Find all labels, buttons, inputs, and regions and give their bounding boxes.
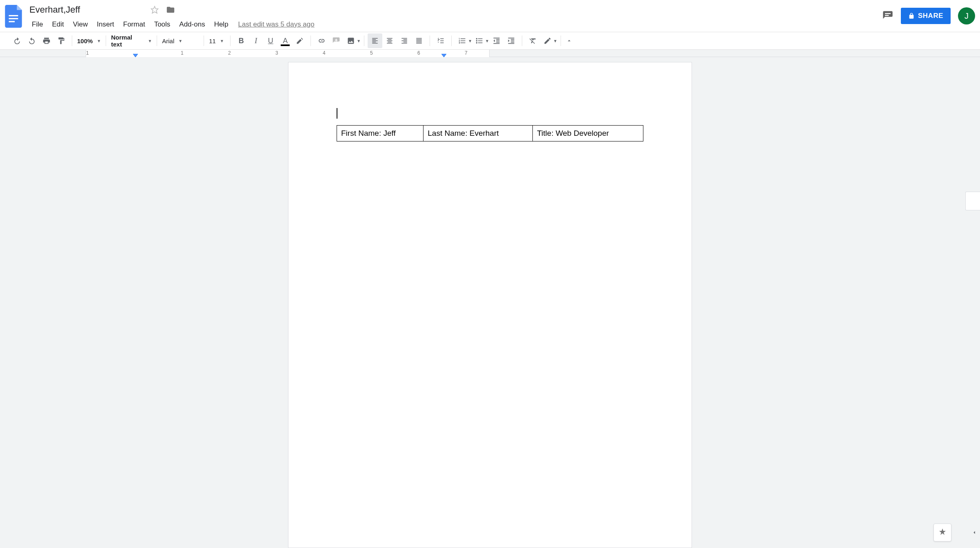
font-size-select[interactable]: 11 ▼ — [205, 33, 229, 48]
menu-file[interactable]: File — [28, 18, 47, 31]
chevron-down-icon: ▼ — [148, 39, 152, 43]
ruler-mark: 2 — [228, 50, 231, 56]
style-select[interactable]: Normal text ▼ — [107, 33, 156, 48]
document-table[interactable]: First Name: Jeff Last Name: Everhart Tit… — [337, 125, 643, 141]
last-edit-link[interactable]: Last edit was 5 days ago — [238, 20, 315, 29]
chevron-down-icon: ▼ — [220, 39, 224, 43]
print-button[interactable] — [39, 33, 54, 48]
font-size-value: 11 — [209, 38, 216, 44]
svg-marker-10 — [441, 54, 446, 57]
svg-rect-1 — [9, 18, 18, 19]
svg-rect-0 — [9, 15, 18, 16]
ruler-mark: 6 — [417, 50, 420, 56]
chevron-down-icon[interactable]: ▼ — [357, 39, 361, 43]
align-justify-button[interactable] — [412, 33, 426, 48]
clear-format-button[interactable] — [525, 33, 540, 48]
numbered-list-button[interactable] — [455, 33, 470, 48]
style-value: Normal text — [111, 34, 144, 48]
increase-indent-button[interactable] — [504, 33, 519, 48]
text-color-button[interactable]: A — [278, 33, 293, 48]
zoom-value: 100% — [77, 38, 93, 44]
ruler-mark: 3 — [275, 50, 278, 56]
comment-button[interactable] — [329, 33, 344, 48]
table-cell[interactable]: First Name: Jeff — [337, 126, 423, 141]
avatar[interactable]: J — [958, 7, 975, 24]
bulleted-list-button[interactable] — [472, 33, 487, 48]
italic-button[interactable]: I — [248, 33, 263, 48]
comments-icon[interactable] — [882, 10, 894, 22]
ruler-mark: 4 — [323, 50, 326, 56]
ruler-mark: 1 — [181, 50, 184, 56]
svg-point-8 — [476, 42, 477, 43]
highlight-button[interactable] — [293, 33, 307, 48]
font-value: Arial — [162, 38, 174, 44]
image-button[interactable] — [344, 33, 358, 48]
decrease-indent-button[interactable] — [489, 33, 504, 48]
svg-rect-5 — [885, 15, 889, 16]
folder-icon[interactable] — [166, 5, 175, 14]
underline-button[interactable]: U — [263, 33, 278, 48]
line-spacing-button[interactable] — [433, 33, 448, 48]
ruler-mark: 5 — [370, 50, 373, 56]
canvas[interactable]: First Name: Jeff Last Name: Everhart Tit… — [0, 57, 980, 548]
align-center-button[interactable] — [382, 33, 397, 48]
share-button[interactable]: SHARE — [901, 8, 951, 24]
menu-format[interactable]: Format — [119, 18, 149, 31]
svg-rect-2 — [9, 21, 15, 22]
collapse-toolbar-button[interactable] — [562, 33, 576, 48]
menu-tools[interactable]: Tools — [150, 18, 175, 31]
svg-point-6 — [476, 38, 477, 39]
table-row[interactable]: First Name: Jeff Last Name: Everhart Tit… — [337, 126, 643, 141]
svg-rect-4 — [885, 13, 891, 14]
align-right-button[interactable] — [397, 33, 412, 48]
chevron-down-icon[interactable]: ▼ — [553, 39, 557, 43]
side-panel-toggle[interactable] — [969, 525, 980, 540]
chevron-down-icon: ▼ — [97, 39, 101, 43]
menu-bar: File Edit View Insert Format Tools Add-o… — [28, 18, 882, 31]
font-select[interactable]: Arial ▼ — [158, 33, 203, 48]
svg-marker-3 — [151, 7, 158, 13]
side-tab[interactable] — [965, 192, 980, 210]
ruler-mark: 7 — [465, 50, 468, 56]
bold-button[interactable]: B — [234, 33, 248, 48]
paint-format-button[interactable] — [54, 33, 69, 48]
svg-marker-9 — [133, 54, 138, 57]
menu-edit[interactable]: Edit — [48, 18, 68, 31]
share-label: SHARE — [918, 12, 943, 20]
redo-button[interactable] — [24, 33, 39, 48]
menu-view[interactable]: View — [69, 18, 92, 31]
lock-icon — [908, 13, 915, 19]
header: File Edit View Insert Format Tools Add-o… — [0, 0, 980, 32]
avatar-initial: J — [964, 11, 969, 21]
ruler[interactable]: 1 1 2 3 4 5 6 7 — [0, 50, 980, 57]
menu-addons[interactable]: Add-ons — [175, 18, 209, 31]
zoom-select[interactable]: 100% ▼ — [73, 33, 105, 48]
star-icon[interactable] — [151, 6, 159, 14]
chevron-down-icon[interactable]: ▼ — [485, 39, 489, 43]
table-cell[interactable]: Title: Web Developer — [533, 126, 643, 141]
undo-button[interactable] — [10, 33, 24, 48]
document-title-input[interactable] — [28, 4, 143, 16]
link-button[interactable] — [314, 33, 329, 48]
chevron-down-icon: ▼ — [178, 39, 182, 43]
toolbar: 100% ▼ Normal text ▼ Arial ▼ 11 ▼ B I U … — [0, 32, 980, 50]
align-left-button[interactable] — [368, 33, 382, 48]
docs-logo[interactable] — [5, 5, 22, 28]
menu-insert[interactable]: Insert — [93, 18, 118, 31]
explore-button[interactable] — [933, 524, 951, 541]
table-cell[interactable]: Last Name: Everhart — [423, 126, 533, 141]
svg-point-7 — [476, 40, 477, 41]
text-cursor — [337, 108, 337, 119]
menu-help[interactable]: Help — [210, 18, 233, 31]
editing-mode-button[interactable] — [540, 33, 555, 48]
document-page[interactable]: First Name: Jeff Last Name: Everhart Tit… — [288, 62, 692, 548]
ruler-mark: 1 — [86, 50, 89, 56]
chevron-down-icon[interactable]: ▼ — [468, 39, 472, 43]
